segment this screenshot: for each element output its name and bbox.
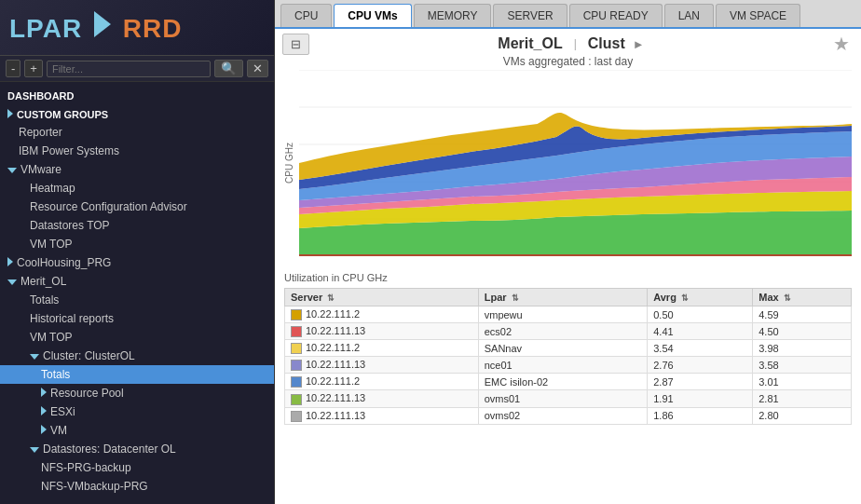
- sidebar-item-label: NFS-VMbackup-PRG: [41, 480, 148, 493]
- chart-wrapper: CPU GHz 40 30 20 10 5 0: [284, 70, 852, 256]
- tab-server[interactable]: SERVER: [493, 4, 567, 27]
- sidebar-item-historical-reports[interactable]: Historical reports: [0, 309, 274, 328]
- cell-avrg: 4.41: [648, 323, 753, 340]
- tab-vm-space[interactable]: VM SPACE: [716, 4, 800, 27]
- row-color-dot: [291, 376, 302, 388]
- sidebar-item-label: VM TOP: [30, 331, 73, 344]
- expand-icon: [30, 444, 39, 455]
- cell-lpar: nce01: [478, 357, 648, 374]
- logo-rrd: RRD: [123, 14, 183, 43]
- back-button[interactable]: ⊟: [282, 34, 309, 55]
- sidebar-item-reporter[interactable]: Reporter: [0, 123, 274, 142]
- sidebar-item-label: Datastores TOP: [30, 219, 110, 232]
- cell-avrg: 1.86: [648, 407, 753, 424]
- tab-cpu-ready[interactable]: CPU READY: [569, 4, 663, 27]
- filter-input[interactable]: [47, 61, 211, 77]
- chart-separator: |: [574, 37, 577, 50]
- tab-cpu-vms[interactable]: CPU VMs: [334, 4, 411, 27]
- sidebar-item-label: CoolHousing_PRG: [17, 256, 111, 269]
- sidebar-item-label: Reporter: [19, 126, 62, 139]
- sidebar-item-label: NFS-PRG-backup: [41, 461, 131, 474]
- logo: LPAR RRD: [9, 11, 182, 44]
- table-container: Utilization in CPU GHz Server ⇅ Lpar ⇅: [275, 269, 861, 504]
- expand-icon: [7, 109, 13, 120]
- logo-area: LPAR RRD: [0, 0, 274, 56]
- col-header-avrg[interactable]: Avrg ⇅: [648, 289, 753, 306]
- expand-icon: [7, 257, 13, 268]
- sidebar-item-label: Totals: [41, 368, 70, 381]
- sidebar-item-datastores-dc[interactable]: Datastores: Datacenter OL: [0, 440, 274, 458]
- row-color-dot: [291, 360, 302, 371]
- sidebar-item-vm[interactable]: VM: [0, 421, 274, 440]
- sidebar-item-merit-ol[interactable]: Merit_OL: [0, 272, 274, 291]
- data-table: Server ⇅ Lpar ⇅ Avrg ⇅ Max: [284, 288, 852, 425]
- sidebar-item-heatmap[interactable]: Heatmap: [0, 179, 274, 198]
- chart-container: VMs aggregated : last day CPU GHz 40 30 …: [275, 55, 861, 269]
- cell-max: 2.81: [753, 390, 852, 407]
- filter-minus-button[interactable]: -: [6, 60, 20, 77]
- expand-icon: [41, 406, 47, 417]
- sidebar-item-label: Historical reports: [30, 312, 114, 325]
- tab-bar: CPU CPU VMs MEMORY SERVER CPU READY LAN …: [275, 0, 861, 29]
- row-color-dot: [291, 411, 302, 422]
- chart-subtitle: VMs aggregated : last day: [284, 55, 852, 68]
- star-icon[interactable]: ★: [833, 33, 850, 55]
- col-header-lpar[interactable]: Lpar ⇅: [478, 289, 648, 306]
- cell-avrg: 2.87: [648, 374, 753, 390]
- cell-server: 10.22.111.13: [285, 407, 479, 424]
- sidebar-item-resource-config[interactable]: Resource Configuration Advisor: [0, 198, 274, 216]
- sidebar-item-label: Datastores: Datacenter OL: [43, 443, 176, 456]
- cell-lpar: ovms02: [478, 407, 648, 424]
- tab-memory[interactable]: MEMORY: [414, 4, 492, 27]
- sidebar-item-resource-pool[interactable]: Resource Pool: [0, 384, 274, 402]
- sort-icon-lpar: ⇅: [512, 293, 519, 303]
- y-axis-label: CPU GHz: [284, 70, 297, 256]
- sort-icon-max: ⇅: [784, 293, 791, 303]
- sidebar-item-nfs-vmbackup-prg[interactable]: NFS-VMbackup-PRG: [0, 477, 274, 496]
- sidebar-item-cluster-clusterol[interactable]: Cluster: ClusterOL: [0, 347, 274, 365]
- sidebar-item-datastores-top[interactable]: Datastores TOP: [0, 216, 274, 235]
- tab-cpu[interactable]: CPU: [280, 4, 332, 27]
- sidebar-item-custom-groups[interactable]: CUSTOM GROUPS: [0, 104, 274, 123]
- cell-server: 10.22.111.13: [285, 390, 479, 407]
- chart-svg: 40 30 20 10 5 0: [299, 70, 852, 256]
- sidebar-item-vmware[interactable]: VMware: [0, 160, 274, 179]
- sidebar-item-vm-top[interactable]: VM TOP: [0, 328, 274, 347]
- cell-avrg: 1.91: [648, 390, 753, 407]
- sort-icon-avrg: ⇅: [681, 293, 689, 303]
- cell-lpar: ovms01: [478, 390, 648, 407]
- sidebar-item-vm-top-vmware[interactable]: VM TOP: [0, 235, 274, 253]
- sidebar-item-ibm-power[interactable]: IBM Power Systems: [0, 142, 274, 160]
- col-header-server[interactable]: Server ⇅: [285, 289, 479, 306]
- sidebar-item-label: CUSTOM GROUPS: [17, 109, 108, 120]
- expand-icon: [41, 425, 47, 436]
- cell-max: 2.80: [753, 407, 852, 424]
- cell-max: 3.98: [753, 340, 852, 357]
- sidebar-item-label: Totals: [30, 293, 59, 306]
- cluster-label: Clust: [588, 35, 625, 52]
- sidebar-item-cluster-totals[interactable]: Totals: [0, 365, 274, 384]
- sidebar-item-nfs-prg-backup[interactable]: NFS-PRG-backup: [0, 458, 274, 477]
- table-row: 10.22.111.2 EMC isilon-02 2.87 3.01: [285, 374, 852, 390]
- sidebar-item-esxi[interactable]: ESXi: [0, 402, 274, 421]
- table-row: 10.22.111.2 vmpewu 0.50 4.59: [285, 306, 852, 323]
- filter-plus-button[interactable]: +: [24, 60, 43, 77]
- sidebar: LPAR RRD - + 🔍 ✕ DASHBOARD CUSTOM GROUPS…: [0, 0, 275, 504]
- filter-clear-button[interactable]: ✕: [247, 60, 268, 77]
- sidebar-item-label: Resource Configuration Advisor: [30, 200, 187, 213]
- expand-icon: [41, 388, 47, 399]
- col-header-max[interactable]: Max ⇅: [753, 289, 852, 306]
- sidebar-item-coolhousing[interactable]: CoolHousing_PRG: [0, 253, 274, 272]
- sidebar-item-label: Resource Pool: [50, 387, 124, 400]
- row-color-dot: [291, 326, 302, 337]
- sidebar-item-totals[interactable]: Totals: [0, 291, 274, 309]
- sidebar-item-label: DASHBOARD: [7, 90, 75, 102]
- tab-lan[interactable]: LAN: [664, 4, 714, 27]
- sidebar-item-dashboard[interactable]: DASHBOARD: [0, 86, 274, 104]
- cell-avrg: 3.54: [648, 340, 753, 357]
- logo-arrow-icon: [94, 11, 111, 37]
- cell-avrg: 2.76: [648, 357, 753, 374]
- sidebar-item-label: VMware: [20, 163, 62, 176]
- filter-search-button[interactable]: 🔍: [214, 60, 243, 77]
- cell-server: 10.22.111.2: [285, 374, 479, 390]
